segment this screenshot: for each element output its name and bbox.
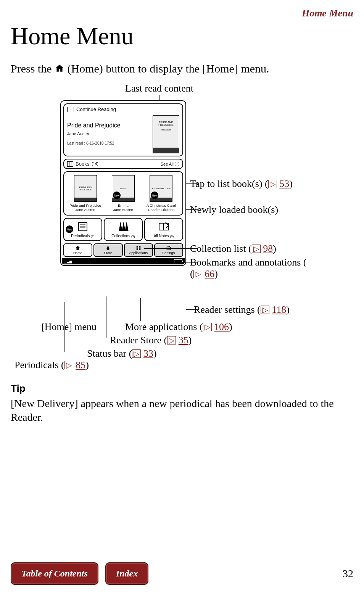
tab-settings[interactable]: Settings xyxy=(154,243,183,257)
page-ref-icon: ▷ xyxy=(268,180,277,188)
callout-more-apps: More applications (▷ 106) xyxy=(125,321,232,333)
diagram: Last read content Continue Reading Pride… xyxy=(11,83,354,373)
page-ref-icon: ▷ xyxy=(252,245,261,253)
page-ref-link[interactable]: 98 xyxy=(263,243,273,254)
footer: Table of Contents Index 32 xyxy=(11,562,353,585)
page-ref-icon: ▷ xyxy=(193,270,202,278)
toc-button[interactable]: Table of Contents xyxy=(11,562,98,585)
index-button[interactable]: Index xyxy=(105,562,148,585)
book-thumb[interactable]: Emma New Emma Jane Austen xyxy=(106,175,140,212)
callout-bookmarks: Bookmarks and annotations ((▷ 66) xyxy=(190,257,343,280)
callout-collection-list: Collection list (▷ 98) xyxy=(190,243,276,254)
continue-reading-label: Continue Reading xyxy=(76,106,116,112)
svg-rect-7 xyxy=(139,248,140,250)
books-header-panel[interactable]: Books (14) See All › xyxy=(63,159,183,169)
callout-status-bar: Status bar (▷ 33) xyxy=(87,348,157,359)
svg-rect-4 xyxy=(136,246,138,248)
see-all-link[interactable]: See All › xyxy=(161,162,179,166)
svg-rect-0 xyxy=(79,222,87,231)
continue-reading-panel[interactable]: Continue Reading Pride and Prejudice Jan… xyxy=(63,103,183,156)
tip-body: [New Delivery] appears when a new period… xyxy=(11,397,353,425)
tab-home[interactable]: Home xyxy=(63,243,92,257)
cr-cover: PRIDE AND PREJUDICE Jane Austen xyxy=(153,115,179,153)
signal-icon: ▁▃▅ xyxy=(64,259,72,263)
periodicals-tile[interactable]: New Periodicals (2) xyxy=(63,218,102,241)
page-ref-link[interactable]: 33 xyxy=(143,348,153,359)
books-thumbs: PRIDE AND PREJUDICE Pride and Prejudice … xyxy=(63,171,183,216)
all-notes-tile[interactable]: All Notes (0) xyxy=(144,218,183,241)
battery-icon xyxy=(174,259,182,263)
page-ref-icon: ▷ xyxy=(132,349,141,358)
tab-applications[interactable]: Applications xyxy=(124,243,153,257)
new-badge: New xyxy=(66,225,73,233)
callout-home-menu: [Home] menu xyxy=(41,321,97,333)
page-ref-link[interactable]: 118 xyxy=(272,304,286,315)
cr-title: Pride and Prejudice xyxy=(67,122,149,129)
arrow-right-icon: › xyxy=(175,162,179,166)
section-header: Home Menu xyxy=(11,8,353,19)
book-thumb[interactable]: A Christmas Carol New A Christmas Carol … xyxy=(144,175,178,212)
tab-store[interactable]: Store xyxy=(93,243,122,257)
page-ref-link[interactable]: 35 xyxy=(179,335,188,346)
callout-reader-store: Reader Store (▷ 35) xyxy=(110,335,192,346)
status-bar: ▁▃▅ xyxy=(62,258,185,264)
tip-heading: Tip xyxy=(11,383,353,394)
tiles-row: New Periodicals (2) Collections (3) All … xyxy=(63,218,183,241)
books-count: (14) xyxy=(92,162,98,166)
svg-rect-6 xyxy=(136,248,138,250)
page-ref-link[interactable]: 106 xyxy=(214,321,229,332)
page-number: 32 xyxy=(343,568,353,580)
device-screenshot: Continue Reading Pride and Prejudice Jan… xyxy=(60,100,186,266)
book-open-icon xyxy=(67,107,74,112)
page-ref-link[interactable]: 66 xyxy=(205,268,214,279)
new-badge: New xyxy=(113,192,121,199)
callout-periodicals: Periodicals (▷ 85) xyxy=(14,359,89,371)
callout-see-all: Tap to list book(s) (▷ 53) xyxy=(190,178,293,190)
page-ref-link[interactable]: 53 xyxy=(279,178,289,189)
page-ref-link[interactable]: 85 xyxy=(76,359,85,370)
callout-newly-loaded: Newly loaded book(s) xyxy=(190,204,278,216)
page-title: Home Menu xyxy=(11,22,353,50)
cr-last-read: Last read : 8-16-2010 17:52 xyxy=(67,141,149,145)
grid-icon xyxy=(67,161,73,167)
intro-text: Press the (Home) button to display the [… xyxy=(11,61,353,77)
page-ref-icon: ▷ xyxy=(261,306,269,314)
books-label: Books xyxy=(76,161,89,167)
home-icon xyxy=(55,62,64,77)
page-ref-icon: ▷ xyxy=(167,336,176,344)
cr-author: Jane Austen xyxy=(67,131,149,136)
collections-tile[interactable]: Collections (3) xyxy=(104,218,143,241)
book-thumb[interactable]: PRIDE AND PREJUDICE Pride and Prejudice … xyxy=(68,175,103,212)
page-ref-icon: ▷ xyxy=(203,323,212,331)
callout-reader-settings: Reader settings (▷ 118) xyxy=(194,304,290,316)
tab-bar: Home Store Applications Settings xyxy=(63,243,183,257)
svg-rect-5 xyxy=(139,246,140,248)
page-ref-icon: ▷ xyxy=(64,361,73,369)
